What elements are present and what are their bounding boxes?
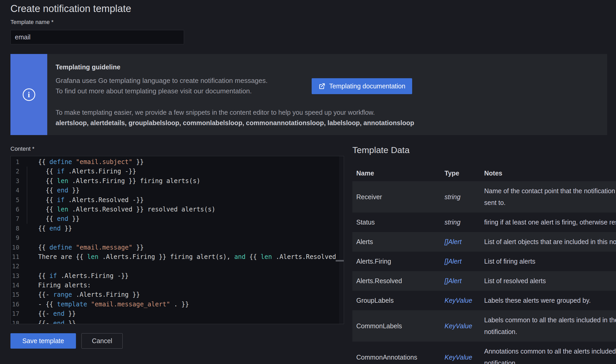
row-notes: Annotations common to all the alerts inc… xyxy=(484,345,616,364)
row-name: Alerts.Resolved xyxy=(356,277,445,285)
code-line: 12 xyxy=(11,262,339,271)
template-data-panel: Template Data Name Type Notes Receiverst… xyxy=(352,145,616,364)
external-link-icon xyxy=(318,83,325,90)
row-name: CommonLabels xyxy=(356,322,445,330)
line-number: 3 xyxy=(11,176,19,186)
line-number: 11 xyxy=(11,252,19,262)
note-line: Labels these alerts were grouped by. xyxy=(484,295,616,306)
line-number: 18 xyxy=(11,319,19,324)
content-code-editor[interactable]: 1{{ define "email.subject" }}2 {{ if .Al… xyxy=(10,156,344,324)
code-line: 4 {{ end }} xyxy=(11,186,339,195)
code-line: 3 {{ len .Alerts.Firing }} firing alerts… xyxy=(11,176,339,186)
table-row: Statusstringfiring if at least one alert… xyxy=(352,213,616,232)
line-number: 17 xyxy=(11,309,19,318)
code-line: 16- {{ template "email.message_alert" . … xyxy=(11,300,339,309)
code-line: 13{{ if .Alerts.Firing -}} xyxy=(11,271,339,281)
code-line: 5 {{ if .Alerts.Resolved -}} xyxy=(11,195,339,205)
row-name: Alerts xyxy=(356,238,445,246)
note-line: Labels common to all the alerts included… xyxy=(484,314,616,326)
row-name: Status xyxy=(356,219,445,226)
code-line: 15{{- range .Alerts.Firing }} xyxy=(11,290,339,299)
snippets-list: alertsloop, alertdetails, grouplabelsloo… xyxy=(56,118,414,128)
row-type-link[interactable]: KeyValue xyxy=(445,297,484,304)
alert-description: Grafana uses Go templating language to c… xyxy=(56,75,268,96)
create-notification-template-page: Create notification template Template na… xyxy=(0,0,616,364)
line-number: 7 xyxy=(11,214,19,223)
template-name-input[interactable] xyxy=(10,30,184,44)
line-number: 15 xyxy=(11,290,19,299)
table-row: CommonLabelsKeyValueLabels common to all… xyxy=(352,310,616,342)
line-number: 12 xyxy=(11,262,19,271)
note-line: notification. xyxy=(484,357,616,364)
line-number: 8 xyxy=(11,224,19,233)
row-type-link[interactable]: []Alert xyxy=(445,238,484,246)
table-row: CommonAnnotationsKeyValueAnnotations com… xyxy=(352,342,616,364)
row-name: Receiver xyxy=(356,193,445,201)
line-number: 10 xyxy=(11,243,19,252)
templating-documentation-button[interactable]: Templating documentation xyxy=(312,78,412,94)
line-number: 16 xyxy=(11,300,19,309)
row-type-link[interactable]: KeyValue xyxy=(445,322,484,330)
info-circle-icon: i xyxy=(23,88,35,101)
note-line: sent to. xyxy=(484,197,616,209)
line-number: 6 xyxy=(11,205,19,214)
alert-snippets-text: To make templating easier, we provide a … xyxy=(56,107,414,128)
line-number: 14 xyxy=(11,281,19,290)
note-line: Name of the contact point that the notif… xyxy=(484,185,616,197)
row-name: CommonAnnotations xyxy=(356,354,445,361)
template-name-label: Template name * xyxy=(10,19,54,26)
table-row: GroupLabelsKeyValueLabels these alerts w… xyxy=(352,291,616,310)
alert-description-line1: Grafana uses Go templating language to c… xyxy=(56,75,268,86)
code-line: 2 {{ if .Alerts.Firing -}} xyxy=(11,167,339,176)
templating-guideline-alert: i Templating guideline Grafana uses Go t… xyxy=(10,54,607,135)
code-line: 9 xyxy=(11,233,339,242)
page-title: Create notification template xyxy=(10,3,131,14)
save-template-button[interactable]: Save template xyxy=(10,333,76,349)
alert-description-line2: To find out more about templating please… xyxy=(56,86,268,96)
code-line: 7 {{ end }} xyxy=(11,214,339,223)
note-line: List of alert objects that are included … xyxy=(484,236,616,248)
line-number: 4 xyxy=(11,186,19,195)
template-data-title: Template Data xyxy=(352,145,616,155)
code-line: 14Firing alerts: xyxy=(11,281,339,290)
editor-vertical-scrollbar[interactable] xyxy=(339,156,344,324)
note-line: notification. xyxy=(484,326,616,338)
line-number: 5 xyxy=(11,195,19,205)
row-type: string xyxy=(445,219,484,226)
editor-horizontal-scrollbar[interactable] xyxy=(336,260,344,262)
line-number: 2 xyxy=(11,167,19,176)
code-lines: 1{{ define "email.subject" }}2 {{ if .Al… xyxy=(11,157,339,324)
table-row: Alerts.Resolved[]AlertList of resolved a… xyxy=(352,271,616,291)
row-type-link[interactable]: []Alert xyxy=(445,277,484,285)
alert-title: Templating guideline xyxy=(56,63,120,71)
row-notes: Name of the contact point that the notif… xyxy=(484,185,616,209)
row-notes: List of resolved alerts xyxy=(484,275,616,287)
code-line: 1{{ define "email.subject" }} xyxy=(11,157,339,167)
column-header-name: Name xyxy=(356,169,445,177)
column-header-type: Type xyxy=(445,169,484,177)
table-row: ReceiverstringName of the contact point … xyxy=(352,181,616,213)
code-line: 18{{- end }} xyxy=(11,319,339,324)
row-name: GroupLabels xyxy=(356,297,445,304)
code-line: 17{{- end }} xyxy=(11,309,339,318)
code-line: 8{{ end }} xyxy=(11,224,339,233)
row-notes: Labels common to all the alerts included… xyxy=(484,314,616,338)
template-data-rows: ReceiverstringName of the contact point … xyxy=(352,181,616,364)
note-line: List of resolved alerts xyxy=(484,275,616,287)
templating-documentation-button-label: Templating documentation xyxy=(329,82,405,90)
alert-accent-bar: i xyxy=(10,54,47,135)
line-number: 9 xyxy=(11,233,19,242)
code-line: 6 {{ len .Alerts.Resolved }} resolved al… xyxy=(11,205,339,214)
cancel-button[interactable]: Cancel xyxy=(81,333,123,349)
row-name: Alerts.Firing xyxy=(356,258,445,265)
row-type-link[interactable]: []Alert xyxy=(445,258,484,265)
row-notes: List of alert objects that are included … xyxy=(484,236,616,248)
line-number: 1 xyxy=(11,157,19,167)
row-type-link[interactable]: KeyValue xyxy=(445,354,484,361)
row-notes: List of firing alerts xyxy=(484,256,616,267)
row-notes: Labels these alerts were grouped by. xyxy=(484,295,616,306)
snippets-intro: To make templating easier, we provide a … xyxy=(56,107,414,118)
table-row: Alerts.Firing[]AlertList of firing alert… xyxy=(352,252,616,271)
code-line: 10{{ define "email.message" }} xyxy=(11,243,339,252)
indent-guide xyxy=(27,167,27,224)
